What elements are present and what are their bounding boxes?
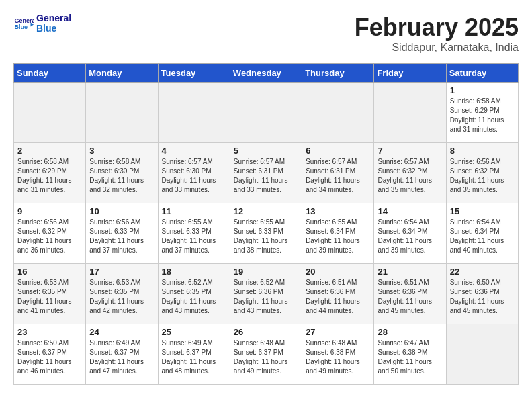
- calendar-table: Sunday Monday Tuesday Wednesday Thursday…: [13, 63, 519, 385]
- day-info: Sunrise: 6:48 AM Sunset: 6:38 PM Dayligh…: [306, 338, 370, 376]
- day-cell: 3Sunrise: 6:58 AM Sunset: 6:30 PM Daylig…: [86, 143, 158, 203]
- day-cell: [158, 83, 230, 143]
- day-number: 9: [17, 206, 82, 216]
- day-info: Sunrise: 6:56 AM Sunset: 6:33 PM Dayligh…: [89, 218, 154, 255]
- day-info: Sunrise: 6:56 AM Sunset: 6:32 PM Dayligh…: [17, 218, 82, 255]
- day-number: 11: [162, 206, 226, 216]
- calendar-subtitle: Siddapur, Karnataka, India: [355, 42, 519, 54]
- week-row-1: 1Sunrise: 6:58 AM Sunset: 6:29 PM Daylig…: [14, 83, 519, 143]
- day-number: 5: [234, 146, 298, 156]
- col-thursday: Thursday: [302, 64, 374, 83]
- day-info: Sunrise: 6:53 AM Sunset: 6:35 PM Dayligh…: [89, 278, 154, 316]
- calendar-title: February 2025: [355, 13, 519, 42]
- day-number: 17: [89, 267, 154, 277]
- day-info: Sunrise: 6:54 AM Sunset: 6:34 PM Dayligh…: [450, 218, 515, 255]
- day-number: 14: [378, 206, 442, 216]
- day-number: 26: [234, 327, 298, 337]
- day-cell: [14, 83, 86, 143]
- day-number: 2: [17, 146, 82, 156]
- day-info: Sunrise: 6:57 AM Sunset: 6:30 PM Dayligh…: [162, 157, 226, 195]
- header-row: Sunday Monday Tuesday Wednesday Thursday…: [14, 64, 519, 83]
- col-monday: Monday: [86, 64, 158, 83]
- logo-icon: General Blue: [13, 13, 34, 34]
- day-cell: 12Sunrise: 6:55 AM Sunset: 6:33 PM Dayli…: [230, 203, 302, 264]
- day-number: 18: [162, 267, 226, 277]
- day-info: Sunrise: 6:54 AM Sunset: 6:34 PM Dayligh…: [378, 218, 442, 255]
- day-cell: 28Sunrise: 6:47 AM Sunset: 6:38 PM Dayli…: [374, 324, 446, 385]
- day-info: Sunrise: 6:50 AM Sunset: 6:36 PM Dayligh…: [450, 278, 515, 316]
- day-info: Sunrise: 6:52 AM Sunset: 6:35 PM Dayligh…: [162, 278, 226, 316]
- day-cell: 14Sunrise: 6:54 AM Sunset: 6:34 PM Dayli…: [374, 203, 446, 264]
- day-cell: 19Sunrise: 6:52 AM Sunset: 6:36 PM Dayli…: [230, 264, 302, 324]
- day-cell: 9Sunrise: 6:56 AM Sunset: 6:32 PM Daylig…: [14, 203, 86, 264]
- day-cell: 18Sunrise: 6:52 AM Sunset: 6:35 PM Dayli…: [158, 264, 230, 324]
- day-number: 4: [162, 146, 226, 156]
- day-info: Sunrise: 6:57 AM Sunset: 6:31 PM Dayligh…: [234, 157, 298, 195]
- day-number: 16: [17, 267, 82, 277]
- day-number: 25: [162, 327, 226, 337]
- day-cell: 25Sunrise: 6:49 AM Sunset: 6:37 PM Dayli…: [158, 324, 230, 385]
- day-number: 6: [306, 146, 370, 156]
- day-number: 19: [234, 267, 298, 277]
- day-number: 3: [89, 146, 154, 156]
- day-number: 13: [306, 206, 370, 216]
- day-info: Sunrise: 6:50 AM Sunset: 6:37 PM Dayligh…: [17, 338, 82, 376]
- day-number: 22: [450, 267, 515, 277]
- day-cell: [302, 83, 374, 143]
- day-number: 21: [378, 267, 442, 277]
- day-cell: 24Sunrise: 6:49 AM Sunset: 6:37 PM Dayli…: [86, 324, 158, 385]
- day-info: Sunrise: 6:55 AM Sunset: 6:33 PM Dayligh…: [162, 218, 226, 255]
- day-cell: 11Sunrise: 6:55 AM Sunset: 6:33 PM Dayli…: [158, 203, 230, 264]
- day-info: Sunrise: 6:52 AM Sunset: 6:36 PM Dayligh…: [234, 278, 298, 316]
- day-info: Sunrise: 6:51 AM Sunset: 6:36 PM Dayligh…: [306, 278, 370, 316]
- col-saturday: Saturday: [446, 64, 518, 83]
- day-info: Sunrise: 6:51 AM Sunset: 6:36 PM Dayligh…: [378, 278, 442, 316]
- week-row-2: 2Sunrise: 6:58 AM Sunset: 6:29 PM Daylig…: [14, 143, 519, 203]
- day-cell: 10Sunrise: 6:56 AM Sunset: 6:33 PM Dayli…: [86, 203, 158, 264]
- week-row-4: 16Sunrise: 6:53 AM Sunset: 6:35 PM Dayli…: [14, 264, 519, 324]
- day-cell: [230, 83, 302, 143]
- day-info: Sunrise: 6:55 AM Sunset: 6:34 PM Dayligh…: [306, 218, 370, 255]
- day-info: Sunrise: 6:57 AM Sunset: 6:31 PM Dayligh…: [306, 157, 370, 195]
- day-info: Sunrise: 6:48 AM Sunset: 6:37 PM Dayligh…: [234, 338, 298, 376]
- day-cell: 16Sunrise: 6:53 AM Sunset: 6:35 PM Dayli…: [14, 264, 86, 324]
- day-cell: 7Sunrise: 6:57 AM Sunset: 6:32 PM Daylig…: [374, 143, 446, 203]
- col-sunday: Sunday: [14, 64, 86, 83]
- day-cell: 15Sunrise: 6:54 AM Sunset: 6:34 PM Dayli…: [446, 203, 518, 264]
- day-cell: 6Sunrise: 6:57 AM Sunset: 6:31 PM Daylig…: [302, 143, 374, 203]
- title-section: February 2025 Siddapur, Karnataka, India: [355, 13, 519, 54]
- day-info: Sunrise: 6:49 AM Sunset: 6:37 PM Dayligh…: [89, 338, 154, 376]
- day-number: 1: [450, 85, 515, 95]
- day-number: 7: [378, 146, 442, 156]
- day-info: Sunrise: 6:53 AM Sunset: 6:35 PM Dayligh…: [17, 278, 82, 316]
- day-info: Sunrise: 6:55 AM Sunset: 6:33 PM Dayligh…: [234, 218, 298, 255]
- day-cell: 17Sunrise: 6:53 AM Sunset: 6:35 PM Dayli…: [86, 264, 158, 324]
- day-cell: 27Sunrise: 6:48 AM Sunset: 6:38 PM Dayli…: [302, 324, 374, 385]
- day-cell: 21Sunrise: 6:51 AM Sunset: 6:36 PM Dayli…: [374, 264, 446, 324]
- day-cell: [446, 324, 518, 385]
- day-number: 27: [306, 327, 370, 337]
- day-number: 24: [89, 327, 154, 337]
- day-cell: 13Sunrise: 6:55 AM Sunset: 6:34 PM Dayli…: [302, 203, 374, 264]
- day-info: Sunrise: 6:56 AM Sunset: 6:32 PM Dayligh…: [450, 157, 515, 195]
- day-cell: 8Sunrise: 6:56 AM Sunset: 6:32 PM Daylig…: [446, 143, 518, 203]
- day-info: Sunrise: 6:58 AM Sunset: 6:29 PM Dayligh…: [17, 157, 82, 195]
- week-row-3: 9Sunrise: 6:56 AM Sunset: 6:32 PM Daylig…: [14, 203, 519, 264]
- logo-line2: Blue: [36, 24, 71, 34]
- logo-line1: General: [36, 13, 71, 24]
- day-info: Sunrise: 6:58 AM Sunset: 6:30 PM Dayligh…: [89, 157, 154, 195]
- day-cell: 26Sunrise: 6:48 AM Sunset: 6:37 PM Dayli…: [230, 324, 302, 385]
- day-cell: 23Sunrise: 6:50 AM Sunset: 6:37 PM Dayli…: [14, 324, 86, 385]
- day-info: Sunrise: 6:49 AM Sunset: 6:37 PM Dayligh…: [162, 338, 226, 376]
- day-number: 15: [450, 206, 515, 216]
- day-info: Sunrise: 6:47 AM Sunset: 6:38 PM Dayligh…: [378, 338, 442, 376]
- day-cell: [86, 83, 158, 143]
- day-number: 28: [378, 327, 442, 337]
- day-cell: 5Sunrise: 6:57 AM Sunset: 6:31 PM Daylig…: [230, 143, 302, 203]
- day-cell: 22Sunrise: 6:50 AM Sunset: 6:36 PM Dayli…: [446, 264, 518, 324]
- col-wednesday: Wednesday: [230, 64, 302, 83]
- day-cell: 4Sunrise: 6:57 AM Sunset: 6:30 PM Daylig…: [158, 143, 230, 203]
- day-number: 12: [234, 206, 298, 216]
- day-number: 10: [89, 206, 154, 216]
- day-info: Sunrise: 6:57 AM Sunset: 6:32 PM Dayligh…: [378, 157, 442, 195]
